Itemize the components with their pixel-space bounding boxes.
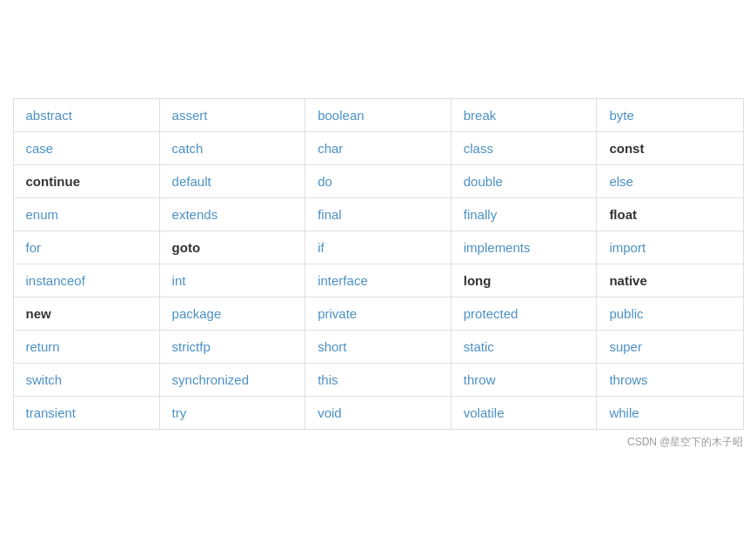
table-cell: abstract <box>14 99 160 132</box>
table-cell: class <box>451 132 597 165</box>
table-row: transienttryvoidvolatilewhile <box>14 397 743 430</box>
table-row: continuedefaultdodoubleelse <box>14 165 743 198</box>
table-row: casecatchcharclassconst <box>14 132 743 165</box>
table-cell: throw <box>451 364 597 397</box>
table-row: returnstrictfpshortstaticsuper <box>14 331 743 364</box>
table-cell: super <box>597 331 743 364</box>
table-row: enumextendsfinalfinallyfloat <box>14 198 743 231</box>
table-cell: while <box>597 397 743 430</box>
table-cell: float <box>597 198 743 231</box>
table-cell: transient <box>14 397 160 430</box>
table-cell: continue <box>14 165 160 198</box>
table-cell: extends <box>159 198 305 231</box>
table-cell: double <box>451 165 597 198</box>
table-cell: const <box>597 132 743 165</box>
table-cell: if <box>305 231 452 264</box>
table-cell: synchronized <box>159 364 305 397</box>
watermark: CSDN @星空下的木子昭 <box>13 435 744 450</box>
table-cell: assert <box>159 99 305 132</box>
table-cell: import <box>597 231 743 264</box>
table-cell: enum <box>14 198 160 231</box>
table-row: switchsynchronizedthisthrowthrows <box>14 364 743 397</box>
table-cell: boolean <box>305 99 452 132</box>
table-cell: throws <box>597 364 743 397</box>
table-cell: return <box>14 331 160 364</box>
table-cell: implements <box>451 231 597 264</box>
table-cell: public <box>597 297 743 331</box>
table-cell: else <box>597 165 743 198</box>
table-cell: byte <box>597 99 743 132</box>
table-row: newpackageprivateprotectedpublic <box>14 297 743 331</box>
table-cell: try <box>159 397 305 430</box>
table-cell: protected <box>451 297 597 331</box>
table-cell: private <box>305 297 452 331</box>
table-cell: case <box>14 132 160 165</box>
keywords-table: abstractassertbooleanbreakbytecasecatchc… <box>13 98 744 430</box>
table-row: abstractassertbooleanbreakbyte <box>14 99 743 132</box>
table-cell: do <box>305 165 452 198</box>
table-cell: catch <box>159 132 305 165</box>
table-cell: break <box>451 99 597 132</box>
table-row: instanceofintinterfacelongnative <box>14 264 743 297</box>
table-cell: instanceof <box>14 264 160 297</box>
table-cell: goto <box>159 231 305 264</box>
table-cell: new <box>14 297 160 331</box>
table-cell: char <box>305 132 452 165</box>
table-cell: strictfp <box>159 331 305 364</box>
table-cell: static <box>451 331 597 364</box>
table-cell: native <box>597 264 743 297</box>
table-cell: long <box>451 264 597 297</box>
table-cell: int <box>159 264 305 297</box>
table-cell: volatile <box>451 397 597 430</box>
table-cell: interface <box>305 264 452 297</box>
table-cell: for <box>14 231 160 264</box>
table-cell: short <box>305 331 452 364</box>
table-cell: switch <box>14 364 160 397</box>
table-row: forgotoifimplementsimport <box>14 231 743 264</box>
table-cell: final <box>305 198 452 231</box>
table-cell: void <box>305 397 452 430</box>
table-cell: default <box>159 165 305 198</box>
table-cell: this <box>305 364 452 397</box>
table-cell: finally <box>451 198 597 231</box>
table-cell: package <box>159 297 305 331</box>
